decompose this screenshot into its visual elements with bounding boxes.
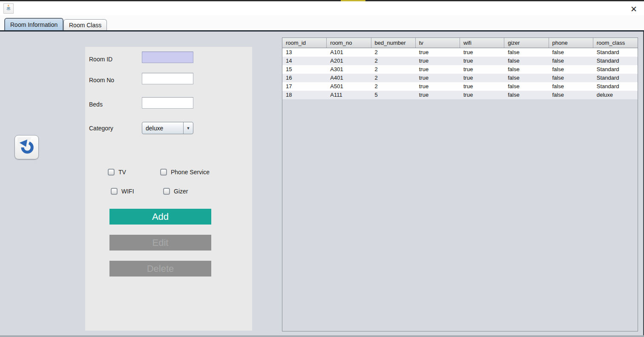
category-value: deluxe bbox=[142, 125, 183, 132]
table-cell: Standard bbox=[593, 48, 638, 57]
table-cell: true bbox=[416, 82, 460, 91]
room-no-label: Room No bbox=[89, 77, 114, 84]
table-cell: false bbox=[549, 48, 593, 57]
table-cell: 2 bbox=[371, 74, 416, 82]
table-cell: A401 bbox=[327, 74, 371, 82]
refresh-button[interactable] bbox=[14, 135, 39, 159]
checkbox-label: Phone Service bbox=[171, 169, 210, 176]
java-icon bbox=[5, 4, 12, 13]
table-cell: 13 bbox=[282, 48, 327, 57]
window-bottom-edge bbox=[0, 335, 644, 337]
checkbox-label: TV bbox=[118, 169, 126, 176]
title-bar: ✕ bbox=[0, 1, 644, 15]
table-cell: true bbox=[416, 74, 460, 82]
table-cell: 2 bbox=[371, 65, 416, 74]
table-cell: false bbox=[504, 91, 549, 99]
refresh-icon bbox=[17, 137, 36, 158]
room-no-field[interactable] bbox=[142, 73, 193, 84]
column-header-bed_number[interactable]: bed_number bbox=[371, 38, 416, 48]
checkbox-phone-service[interactable]: Phone Service bbox=[160, 169, 210, 176]
column-header-gizer[interactable]: gizer bbox=[504, 38, 549, 48]
table-cell: A301 bbox=[327, 65, 371, 74]
category-dropdown[interactable]: deluxe ▼ bbox=[142, 122, 193, 134]
table-cell: true bbox=[460, 57, 504, 65]
column-header-room_class[interactable]: room_class bbox=[593, 38, 638, 48]
table-cell: false bbox=[549, 74, 593, 82]
column-header-room_id[interactable]: room_id bbox=[282, 38, 327, 48]
table-cell: false bbox=[504, 74, 549, 82]
delete-button[interactable]: Delete bbox=[109, 261, 211, 277]
close-icon: ✕ bbox=[630, 4, 637, 14]
table-row[interactable]: 14A2012truetruefalsefalseStandard bbox=[282, 57, 638, 65]
room-id-label: Room ID bbox=[89, 56, 112, 63]
table-body: 13A1012truetruefalsefalseStandard14A2012… bbox=[282, 48, 638, 99]
table-cell: Standard bbox=[593, 82, 638, 91]
beds-field[interactable] bbox=[142, 97, 193, 109]
checkbox-label: WIFI bbox=[121, 188, 134, 195]
table-cell: 16 bbox=[282, 74, 327, 82]
table-cell: 2 bbox=[371, 48, 416, 57]
table-cell: 18 bbox=[282, 91, 327, 99]
table-cell: 5 bbox=[371, 91, 416, 99]
table-cell: true bbox=[460, 91, 504, 99]
table-cell: false bbox=[504, 57, 549, 65]
table-header-row: room_idroom_nobed_numbertvwifigizerphone… bbox=[282, 38, 638, 48]
checkbox-gizer[interactable]: Gizer bbox=[163, 188, 188, 195]
table-cell: false bbox=[504, 65, 549, 74]
tab-room-class[interactable]: Room Class bbox=[63, 19, 107, 30]
tab-room-information[interactable]: Room Information bbox=[4, 18, 63, 30]
tab-label: Room Information bbox=[10, 21, 58, 28]
table-row[interactable]: 16A4012truetruefalsefalseStandard bbox=[282, 74, 638, 82]
column-header-wifi[interactable]: wifi bbox=[460, 38, 504, 48]
table-cell: A111 bbox=[327, 91, 371, 99]
table-cell: 14 bbox=[282, 57, 327, 65]
column-header-tv[interactable]: tv bbox=[416, 38, 460, 48]
checkbox-label: Gizer bbox=[174, 188, 188, 195]
table-cell: true bbox=[416, 57, 460, 65]
table-cell: 15 bbox=[282, 65, 327, 74]
checkbox-box bbox=[163, 188, 170, 195]
table-cell: true bbox=[460, 82, 504, 91]
table-cell: A101 bbox=[327, 48, 371, 57]
beds-label: Beds bbox=[89, 101, 103, 108]
table-cell: false bbox=[549, 91, 593, 99]
table-cell: false bbox=[504, 48, 549, 57]
table-cell: true bbox=[416, 91, 460, 99]
table-cell: Standard bbox=[593, 74, 638, 82]
table-cell: false bbox=[549, 65, 593, 74]
close-button[interactable]: ✕ bbox=[628, 3, 640, 15]
table-cell: 2 bbox=[371, 82, 416, 91]
table-cell: A501 bbox=[327, 82, 371, 91]
room-id-field bbox=[142, 52, 193, 63]
table-cell: true bbox=[416, 65, 460, 74]
rooms-table: room_idroom_nobed_numbertvwifigizerphone… bbox=[282, 37, 638, 331]
checkbox-tv[interactable]: TV bbox=[108, 169, 126, 176]
add-button[interactable]: Add bbox=[109, 209, 211, 225]
table-cell: true bbox=[460, 65, 504, 74]
table-cell: true bbox=[416, 48, 460, 57]
table-row[interactable]: 13A1012truetruefalsefalseStandard bbox=[282, 48, 638, 57]
tab-bar: Room Information Room Class bbox=[0, 15, 644, 30]
column-header-room_no[interactable]: room_no bbox=[327, 38, 371, 48]
table-cell: 2 bbox=[371, 57, 416, 65]
tab-label: Room Class bbox=[69, 22, 101, 29]
checkbox-wifi[interactable]: WIFI bbox=[111, 188, 134, 195]
category-label: Category bbox=[89, 125, 113, 132]
table-cell: Standard bbox=[593, 65, 638, 74]
table-row[interactable]: 18A1115truetruefalsefalsedeluxe bbox=[282, 91, 638, 99]
column-header-phone[interactable]: phone bbox=[549, 38, 593, 48]
room-information-panel: Room ID Room No Beds Category deluxe ▼ T… bbox=[0, 32, 644, 335]
table-cell: true bbox=[460, 74, 504, 82]
edit-button[interactable]: Edit bbox=[109, 235, 211, 251]
chevron-down-icon: ▼ bbox=[183, 122, 193, 134]
table-cell: A201 bbox=[327, 57, 371, 65]
table-row[interactable]: 17A5012truetruefalsefalseStandard bbox=[282, 82, 638, 91]
checkbox-box bbox=[108, 169, 115, 176]
window-menu-button[interactable] bbox=[3, 3, 14, 14]
checkbox-box bbox=[111, 188, 118, 195]
table-cell: false bbox=[549, 57, 593, 65]
table-cell: 17 bbox=[282, 82, 327, 91]
table-cell: true bbox=[460, 48, 504, 57]
table-cell: deluxe bbox=[593, 91, 638, 99]
table-row[interactable]: 15A3012truetruefalsefalseStandard bbox=[282, 65, 638, 74]
